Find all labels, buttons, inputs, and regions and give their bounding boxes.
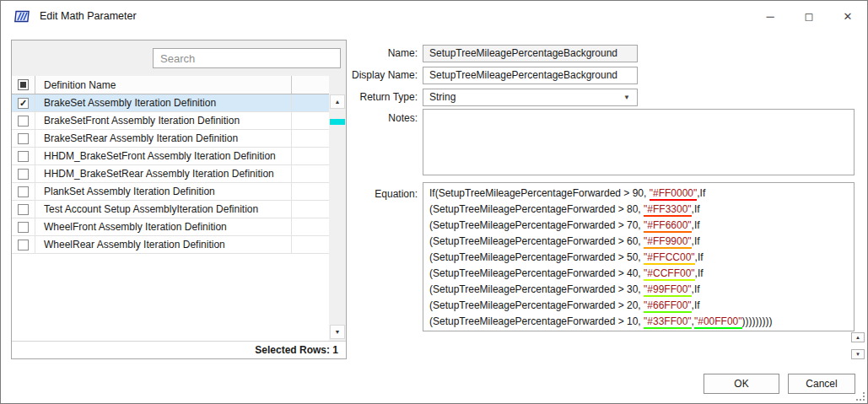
name-label: Name: [321, 45, 418, 62]
select-all-checkbox[interactable] [12, 76, 35, 94]
unchecked-checkbox-icon [18, 169, 29, 180]
definition-name-cell: BrakeSet Assembly Iteration Definition [35, 94, 292, 111]
definition-name-cell: HHDM_BrakeSetFront Assembly Iteration De… [35, 148, 292, 164]
equation-code: (SetupTreeMileagePercentageForwarded > 3… [429, 283, 644, 295]
equation-code: (SetupTreeMileagePercentageForwarded > 8… [429, 203, 644, 215]
definition-name-cell: WheelFront Assembly Iteration Definition [35, 218, 292, 235]
row-checkbox[interactable] [12, 165, 35, 182]
equation-code: ,If [692, 235, 700, 247]
row-checkbox[interactable]: ✓ [12, 94, 35, 111]
equation-line: (SetupTreeMileagePercentageForwarded > 2… [429, 298, 848, 314]
equation-code: ,If [692, 219, 700, 231]
equation-line: (SetupTreeMileagePercentageForwarded > 5… [429, 250, 848, 266]
equation-line: (SetupTreeMileagePercentageForwarded > 7… [429, 218, 848, 234]
notes-label: Notes: [321, 110, 418, 127]
unchecked-checkbox-icon [18, 240, 29, 250]
row-checkbox[interactable] [12, 201, 35, 218]
equation-scroll-up-icon[interactable]: ▲ [851, 332, 865, 342]
unchecked-checkbox-icon [18, 186, 29, 197]
unchecked-checkbox-icon [18, 116, 29, 127]
row-extra-cell [292, 148, 329, 164]
selection-status-bar: Selected Rows: 1 [12, 341, 346, 358]
window-controls: ─ ◻ ✕ [751, 3, 867, 29]
minimize-button[interactable]: ─ [751, 3, 790, 29]
name-field[interactable]: SetupTreeMileagePercentageBackground [423, 45, 638, 62]
unchecked-checkbox-icon [18, 151, 29, 162]
search-band [12, 40, 346, 76]
equation-line: If(SetupTreeMileagePercentageForwarded >… [429, 186, 848, 202]
equation-code: (SetupTreeMileagePercentageForwarded > 7… [429, 219, 644, 231]
equation-code: ,If [695, 267, 704, 279]
table-row[interactable]: HHDM_BrakeSetRear Assembly Iteration Def… [12, 165, 329, 183]
table-row[interactable]: ✓BrakeSet Assembly Iteration Definition [12, 94, 329, 112]
row-extra-cell [292, 165, 329, 182]
table-row[interactable]: Test Account Setup AssemblyIteration Def… [12, 201, 329, 218]
equation-line: (SetupTreeMileagePercentageForwarded > 8… [429, 202, 848, 218]
equation-code: (SetupTreeMileagePercentageForwarded > 1… [429, 315, 644, 327]
hex-color-string: "#FF0000" [650, 187, 698, 201]
notes-field[interactable] [423, 109, 855, 175]
hex-color-string: "#66FF00" [644, 299, 692, 313]
row-extra-cell [292, 236, 329, 253]
unchecked-checkbox-icon [18, 133, 29, 144]
equation-code: ))))))))) [742, 315, 773, 327]
row-checkbox[interactable] [12, 218, 35, 235]
table-row[interactable]: WheelFront Assembly Iteration Definition [12, 218, 329, 236]
indeterminate-checkbox-icon [18, 79, 29, 90]
definition-name-cell: HHDM_BrakeSetRear Assembly Iteration Def… [35, 165, 292, 182]
row-checkbox[interactable] [12, 148, 35, 164]
table-row[interactable]: WheelRear Assembly Iteration Definition [12, 236, 329, 254]
equation-code: ,If [692, 283, 700, 295]
resize-grip-icon[interactable] [856, 392, 865, 401]
hex-color-string: "#00FF00" [694, 315, 742, 329]
unchecked-checkbox-icon [18, 204, 29, 215]
equation-code: ,If [695, 251, 704, 263]
equation-code: ,If [697, 187, 705, 199]
row-checkbox[interactable] [12, 236, 35, 253]
return-type-dropdown[interactable]: String ▼ [423, 89, 638, 106]
definitions-panel: Definition Name ✓BrakeSet Assembly Itera… [11, 40, 347, 359]
return-type-value: String [429, 91, 456, 103]
math-parameter-icon [14, 9, 30, 24]
table-row[interactable]: BrakeSetFront Assembly Iteration Definit… [12, 112, 329, 130]
cancel-button[interactable]: Cancel [788, 374, 855, 394]
hex-color-string: "#FF3300" [644, 203, 692, 217]
equation-field[interactable]: If(SetupTreeMileagePercentageForwarded >… [423, 182, 855, 331]
row-checkbox[interactable] [12, 130, 35, 147]
hex-color-string: "#FF9900" [644, 235, 692, 249]
display-name-field[interactable]: SetupTreeMileagePercentageBackground [423, 67, 638, 84]
hex-color-string: "#33FF00" [644, 315, 692, 329]
hex-color-string: "#FF6600" [644, 219, 692, 233]
row-extra-cell [292, 201, 329, 218]
close-button[interactable]: ✕ [828, 3, 867, 29]
table-row[interactable]: BrakeSetRear Assembly Iteration Definiti… [12, 130, 329, 148]
unchecked-checkbox-icon [18, 222, 29, 233]
ok-button[interactable]: OK [704, 374, 779, 394]
scroll-down-icon[interactable]: ▼ [330, 325, 345, 339]
chevron-down-icon: ▼ [623, 94, 630, 101]
equation-label: Equation: [321, 186, 418, 202]
definition-name-cell: Test Account Setup AssemblyIteration Def… [35, 201, 292, 218]
maximize-button[interactable]: ◻ [790, 3, 828, 29]
equation-scroll-down-icon[interactable]: ▼ [851, 349, 865, 359]
definition-name-column-header[interactable]: Definition Name [35, 76, 292, 94]
row-checkbox[interactable] [12, 183, 35, 200]
title-bar[interactable]: Edit Math Parameter ─ ◻ ✕ [1, 1, 867, 31]
table-row[interactable]: HHDM_BrakeSetFront Assembly Iteration De… [12, 148, 329, 165]
equation-code: ,If [692, 203, 700, 215]
table-row[interactable]: PlankSet Assembly Iteration Definition [12, 183, 329, 201]
row-checkbox[interactable] [12, 112, 35, 129]
equation-code: (SetupTreeMileagePercentageForwarded > 2… [429, 299, 644, 311]
search-input[interactable] [153, 48, 341, 68]
checked-checkbox-icon: ✓ [18, 98, 29, 109]
equation-code: (SetupTreeMileagePercentageForwarded > 4… [429, 267, 644, 279]
return-type-label: Return Type: [321, 89, 418, 105]
table-header: Definition Name [12, 76, 329, 94]
window-title: Edit Math Parameter [40, 10, 137, 22]
equation-code: (SetupTreeMileagePercentageForwarded > 6… [429, 235, 644, 247]
row-extra-cell [292, 130, 329, 147]
equation-code: (SetupTreeMileagePercentageForwarded > 5… [429, 251, 644, 263]
hex-color-string: "#FFCC00" [644, 251, 695, 265]
edit-math-parameter-dialog: Edit Math Parameter ─ ◻ ✕ Definition Nam… [0, 0, 868, 404]
display-name-label: Display Name: [321, 67, 418, 83]
